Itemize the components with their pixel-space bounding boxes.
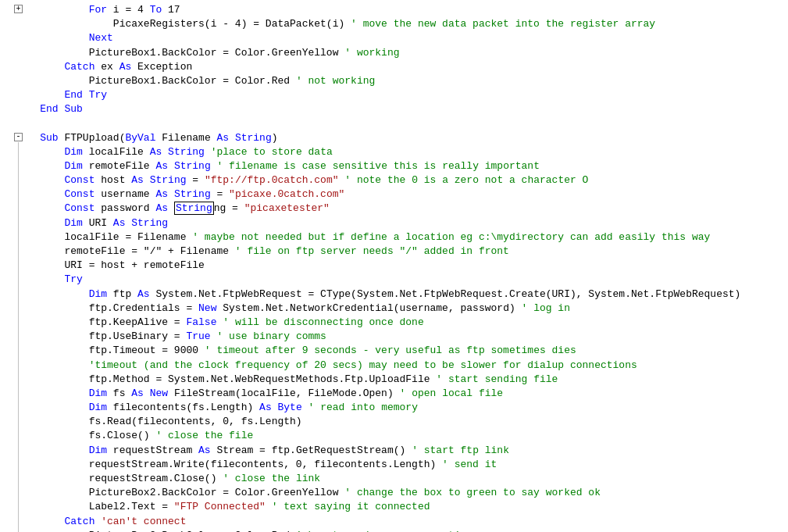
sub-collapse-icon[interactable]: - bbox=[14, 133, 23, 141]
line-content: requestStream.Write(filecontents, 0, fil… bbox=[16, 458, 497, 472]
code-line-30: fs.Read(filecontents, 0, fs.Length) bbox=[16, 415, 788, 429]
code-line-9 bbox=[16, 117, 788, 131]
line-content: fs.Close() ' close the file bbox=[16, 429, 253, 443]
sub-block-line bbox=[18, 142, 19, 533]
code-line-23: ftp.KeepAlive = False ' will be disconne… bbox=[16, 316, 788, 330]
code-line-34: requestStream.Close() ' close the link bbox=[16, 472, 788, 486]
line-content: For i = 4 To 17 bbox=[16, 3, 180, 17]
line-content: PictureBox1.BackColor = Color.Red ' not … bbox=[16, 74, 375, 88]
code-line-29: Dim filecontents(fs.Length) As Byte ' re… bbox=[16, 401, 788, 415]
code-line-35: PictureBox2.BackColor = Color.GreenYello… bbox=[16, 486, 788, 500]
code-line-17: localFile = Filename ' maybe not needed … bbox=[16, 230, 788, 245]
line-content: ftp.KeepAlive = False ' will be disconne… bbox=[16, 316, 424, 330]
line-content: ftp.Method = System.Net.WebRequestMethod… bbox=[16, 373, 558, 387]
line-content: Dim filecontents(fs.Length) As Byte ' re… bbox=[16, 401, 418, 415]
code-line-15: Const password As Stringng = "picaxetest… bbox=[16, 202, 788, 216]
line-content: localFile = Filename ' maybe not needed … bbox=[16, 230, 710, 245]
code-line-19: URI = host + remoteFile bbox=[16, 259, 788, 273]
code-line-24: ftp.UseBinary = True ' use binary comms bbox=[16, 330, 788, 344]
line-content: ftp.Timeout = 9000 ' timeout after 9 sec… bbox=[16, 344, 576, 358]
line-content: Label2.Text = "FTP Connected" ' text say… bbox=[16, 500, 430, 514]
code-line-1: For i = 4 To 17 bbox=[16, 3, 788, 17]
code-line-26: 'timeout (and the clock frequency of 20 … bbox=[16, 359, 788, 373]
code-line-25: ftp.Timeout = 9000 ' timeout after 9 sec… bbox=[16, 344, 788, 358]
code-line-31: fs.Close() ' close the file bbox=[16, 429, 788, 443]
line-content: ftp.UseBinary = True ' use binary comms bbox=[16, 330, 326, 344]
code-line-4: PictureBox1.BackColor = Color.GreenYello… bbox=[16, 46, 788, 60]
code-line-20: Try bbox=[16, 273, 788, 287]
line-content: ftp.Credentials = New System.Net.Network… bbox=[16, 302, 570, 316]
code-line-6: PictureBox1.BackColor = Color.Red ' not … bbox=[16, 74, 788, 88]
line-content: Dim requestStream As Stream = ftp.GetReq… bbox=[16, 444, 509, 458]
line-content: Dim URI As String bbox=[16, 216, 168, 230]
code-line-13: Const host As String = "ftp://ftp.0catch… bbox=[16, 173, 788, 187]
code-line-37: Catch 'can't connect bbox=[16, 515, 788, 529]
line-content: Dim remoteFile As String ' filename is c… bbox=[16, 159, 540, 173]
line-content: PictureBox2.BackColor = Color.Red ' box … bbox=[16, 529, 472, 532]
line-content: Dim ftp As System.Net.FtpWebRequest = CT… bbox=[16, 287, 740, 302]
first-block-collapse-icon[interactable]: + bbox=[14, 5, 23, 13]
code-line-16: Dim URI As String bbox=[16, 216, 788, 230]
line-content: PictureBox2.BackColor = Color.GreenYello… bbox=[16, 486, 601, 500]
code-line-33: requestStream.Write(filecontents, 0, fil… bbox=[16, 458, 788, 472]
code-line-10: Sub FTPUpload(ByVal Filename As String) bbox=[16, 131, 788, 145]
line-content: URI = host + remoteFile bbox=[16, 259, 205, 273]
code-line-14: Const username As String = "picaxe.0catc… bbox=[16, 187, 788, 202]
line-content: fs.Read(filecontents, 0, fs.Length) bbox=[16, 415, 302, 429]
code-line-11: Dim localFile As String 'place to store … bbox=[16, 145, 788, 159]
code-line-36: Label2.Text = "FTP Connected" ' text say… bbox=[16, 500, 788, 514]
code-line-21: Dim ftp As System.Net.FtpWebRequest = CT… bbox=[16, 287, 788, 302]
line-content: End Try bbox=[16, 88, 107, 102]
line-content: Sub FTPUpload(ByVal Filename As String) bbox=[16, 131, 278, 145]
sub-block-wrapper: - Sub FTPUpload(ByVal Filename As String… bbox=[16, 131, 788, 533]
code-line-18: remoteFile = "/" + Filename ' file on ft… bbox=[16, 245, 788, 259]
code-line-32: Dim requestStream As Stream = ftp.GetReq… bbox=[16, 444, 788, 458]
code-line-28: Dim fs As New FileStream(localFile, File… bbox=[16, 387, 788, 401]
code-line-8: End Sub bbox=[16, 102, 788, 116]
line-content: PictureBox1.BackColor = Color.GreenYello… bbox=[16, 46, 400, 60]
code-line-12: Dim remoteFile As String ' filename is c… bbox=[16, 159, 788, 173]
line-content: Const password As Stringng = "picaxetest… bbox=[16, 202, 330, 216]
code-line-27: ftp.Method = System.Net.WebRequestMethod… bbox=[16, 373, 788, 387]
code-line-7: End Try bbox=[16, 88, 788, 102]
code-line-5: Catch ex As Exception bbox=[16, 60, 788, 74]
line-content: remoteFile = "/" + Filename ' file on ft… bbox=[16, 245, 509, 259]
line-content: Dim localFile As String 'place to store … bbox=[16, 145, 333, 159]
line-content: Catch ex As Exception bbox=[16, 60, 192, 74]
first-block-wrapper: + For i = 4 To 17 PicaxeRegisters(i - 4)… bbox=[16, 3, 788, 117]
line-content: End Sub bbox=[16, 102, 83, 116]
line-content: Catch 'can't connect bbox=[16, 515, 186, 529]
code-line-22: ftp.Credentials = New System.Net.Network… bbox=[16, 302, 788, 316]
line-content: PicaxeRegisters(i - 4) = DataPacket(i) '… bbox=[16, 17, 655, 31]
code-line-2: PicaxeRegisters(i - 4) = DataPacket(i) '… bbox=[16, 17, 788, 31]
line-content: Next bbox=[16, 31, 113, 45]
line-content: 'timeout (and the clock frequency of 20 … bbox=[16, 359, 637, 373]
line-content: Try bbox=[16, 273, 83, 287]
line-content: Const host As String = "ftp://ftp.0catch… bbox=[16, 173, 588, 187]
code-editor: + For i = 4 To 17 PicaxeRegisters(i - 4)… bbox=[0, 0, 788, 532]
line-content: Const username As String = "picaxe.0catc… bbox=[16, 187, 344, 202]
code-area: + For i = 4 To 17 PicaxeRegisters(i - 4)… bbox=[0, 3, 788, 532]
code-line-38: PictureBox2.BackColor = Color.Red ' box … bbox=[16, 529, 788, 532]
code-line-3: Next bbox=[16, 31, 788, 45]
line-content: requestStream.Close() ' close the link bbox=[16, 472, 320, 486]
line-content: Dim fs As New FileStream(localFile, File… bbox=[16, 387, 503, 401]
